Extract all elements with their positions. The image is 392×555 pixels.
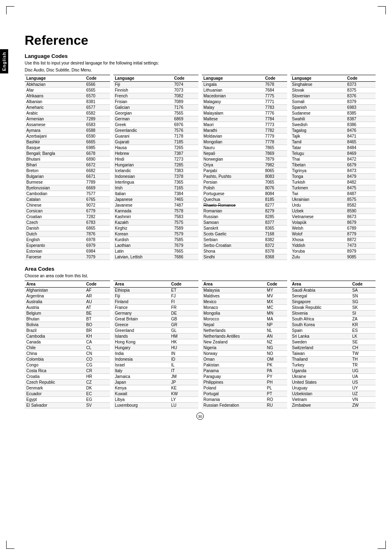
language-name: Catalan xyxy=(25,197,85,203)
table-row: Hindi7273 xyxy=(113,157,199,162)
area-name: Bhutan xyxy=(25,316,85,322)
language-code: 6789 xyxy=(346,226,376,231)
table-row: Frisian7089 xyxy=(113,99,199,105)
table-row: AreaCode xyxy=(113,281,199,288)
language-code: 6985 xyxy=(85,145,110,151)
language-name: Swahili xyxy=(291,116,346,122)
area-name: Morocco xyxy=(202,316,265,322)
area-name: Kenya xyxy=(113,385,170,391)
language-code: 7678 xyxy=(263,82,287,88)
area-name: Ukraine xyxy=(291,374,351,380)
area-code: US xyxy=(350,380,376,385)
table-row: Dutch7876 xyxy=(25,231,110,237)
area-name: Paraguay xyxy=(202,374,265,380)
language-code: 7583 xyxy=(173,214,198,220)
language-name: Singhalese xyxy=(291,82,346,88)
language-code: 6984 xyxy=(85,249,110,254)
area-table-1: AreaCodeAfghanistanAFArgentinaARAustrali… xyxy=(25,281,110,408)
table-row: Slovak RepublicSK xyxy=(291,305,376,311)
language-name: Vietnamese xyxy=(291,214,346,220)
table-row: Volapük8679 xyxy=(291,220,376,226)
lang-table-col3: LanguageCodeLingala7678Lithuanian7684Mac… xyxy=(202,75,287,260)
area-name: Brazil xyxy=(25,328,85,334)
language-code: 8679 xyxy=(346,220,376,226)
language-name: Kannada xyxy=(113,208,173,214)
area-code: SG xyxy=(350,299,376,305)
table-row: BelgiumBE xyxy=(25,311,110,316)
table-row: FranceFR xyxy=(113,305,199,311)
table-row: Persian7065 xyxy=(202,180,287,185)
language-name: Kirghiz xyxy=(113,226,173,231)
col-header-code: Code xyxy=(263,75,287,82)
language-code: 7869 xyxy=(263,151,287,157)
area-name: Ecuador xyxy=(25,391,85,397)
language-code: 7165 xyxy=(173,185,198,191)
area-name: Costa Rica xyxy=(25,368,85,374)
area-code: SI xyxy=(350,311,376,316)
table-row: Albanian8381 xyxy=(25,99,110,105)
language-name: Marathi xyxy=(202,128,263,134)
table-row: UzbekistanUZ xyxy=(291,391,376,397)
language-table-4: LanguageCodeSinghalese8373Slovak8375Slov… xyxy=(291,75,376,260)
language-code: 8185 xyxy=(263,197,287,203)
language-table-2: LanguageCodeFiji7074Finnish7073French708… xyxy=(113,75,199,260)
area-name: Afghanistan xyxy=(25,288,85,293)
table-row: Rhaeto-Romance8277 xyxy=(202,203,287,208)
area-code: CL xyxy=(85,345,110,351)
language-code: 7578 xyxy=(173,208,198,214)
language-name: Tonga xyxy=(291,174,346,180)
area-code: KE xyxy=(170,385,199,391)
table-row: Greek6976 xyxy=(113,122,199,128)
language-code: 6779 xyxy=(85,208,110,214)
area-code: TR xyxy=(350,362,376,368)
language-code: 8590 xyxy=(346,208,376,214)
side-tab: English xyxy=(0,49,8,74)
area-code: FI xyxy=(170,299,199,305)
language-code: 8476 xyxy=(346,128,376,134)
table-row: Byelorussian6669 xyxy=(25,185,110,191)
table-row: Tajik8471 xyxy=(291,134,376,139)
corner-tr xyxy=(378,6,386,14)
corner-tl xyxy=(6,6,14,14)
language-code: 7079 xyxy=(85,254,110,260)
language-code: 7665 xyxy=(173,249,198,254)
language-code: 6865 xyxy=(85,226,110,231)
area-code: MX xyxy=(265,299,287,305)
language-name: Maltese xyxy=(202,116,263,122)
table-row: Italian7384 xyxy=(113,191,199,197)
table-row: TurkeyTR xyxy=(291,362,376,368)
language-name: Galician xyxy=(113,105,173,111)
area-name: Congo xyxy=(25,362,85,368)
table-row: ColombiaCO xyxy=(25,357,110,362)
language-name: Estonian xyxy=(25,249,85,254)
language-code: 8575 xyxy=(346,197,376,203)
table-row: PortugalPT xyxy=(202,391,287,397)
language-code: 7487 xyxy=(173,203,198,208)
area-name: South Africa xyxy=(291,316,351,322)
area-name: Sweden xyxy=(291,339,351,345)
table-row: Latvian, Lettish7686 xyxy=(113,254,199,260)
area-code: ZW xyxy=(350,403,376,408)
area-name: Slovak Republic xyxy=(291,305,351,311)
table-row: ParaguayPY xyxy=(202,374,287,380)
table-row: Lithuanian7684 xyxy=(202,88,287,93)
language-code: 8872 xyxy=(346,237,376,243)
language-code: 6765 xyxy=(85,197,110,203)
area-code: KH xyxy=(85,334,110,339)
area-name: Greece xyxy=(113,322,170,328)
table-row: Catalan6765 xyxy=(25,197,110,203)
language-code: 8487 xyxy=(346,191,376,197)
language-name: Dutch xyxy=(25,231,85,237)
language-code: 7686 xyxy=(173,254,198,260)
col-header-code: Code xyxy=(85,281,110,288)
table-row: Polish8076 xyxy=(202,185,287,191)
area-name: Denmark xyxy=(25,385,85,391)
language-code: 8379 xyxy=(346,99,376,105)
language-code: 7876 xyxy=(85,231,110,237)
area-table-col3: AreaCodeMalaysiaMYMaldivesMVMexicoMXMona… xyxy=(202,281,287,408)
language-code: 7378 xyxy=(173,174,198,180)
table-row: Thai8472 xyxy=(291,157,376,162)
table-row: Javanese7487 xyxy=(113,203,199,208)
table-row: Turkmen8475 xyxy=(291,185,376,191)
language-code: 7579 xyxy=(173,231,198,237)
